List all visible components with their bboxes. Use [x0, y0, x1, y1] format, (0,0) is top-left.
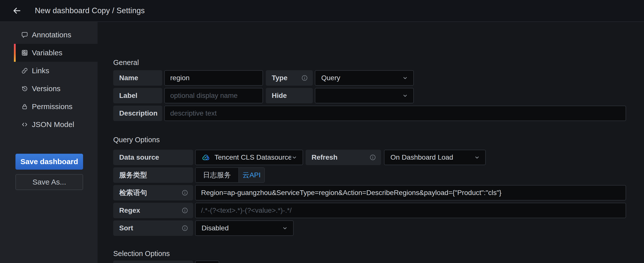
service-type-label: 服务类型: [113, 167, 193, 183]
sort-row: Sort Disabled: [113, 220, 626, 236]
info-icon[interactable]: [182, 189, 188, 196]
datasource-label: Data source: [113, 150, 193, 165]
sort-label: Sort: [113, 220, 193, 236]
name-label: Name: [113, 70, 162, 86]
type-label: Type: [266, 70, 313, 86]
datasource-select[interactable]: Tencent CLS Datasource: [195, 150, 303, 165]
sidebar-item-label: Variables: [32, 49, 62, 57]
page-title: New dashboard Copy / Settings: [35, 6, 145, 15]
refresh-label: Refresh: [306, 150, 381, 165]
selection-option-label: [113, 260, 193, 263]
hide-select[interactable]: [315, 88, 414, 103]
chevron-down-icon: [402, 92, 408, 99]
sidebar-item-variables[interactable]: Variables: [0, 44, 98, 62]
sidebar-item-label: Versions: [32, 84, 60, 93]
sort-select[interactable]: Disabled: [195, 220, 294, 236]
top-navbar: New dashboard Copy / Settings: [0, 0, 644, 22]
refresh-select[interactable]: On Dashboard Load: [384, 150, 486, 165]
service-type-row: 服务类型 日志服务 云API: [113, 167, 626, 183]
chevron-down-icon: [474, 154, 480, 161]
label-label: Label: [113, 88, 162, 103]
info-icon[interactable]: [182, 207, 188, 214]
description-input[interactable]: [164, 106, 626, 121]
sidebar-actions: Save dashboard Save As...: [0, 154, 98, 190]
sidebar-item-versions[interactable]: Versions: [0, 80, 98, 98]
settings-nav: Annotations Variab: [0, 22, 98, 133]
chevron-down-icon: [402, 75, 408, 81]
settings-sidebar: Annotations Variab: [0, 22, 98, 263]
info-icon[interactable]: [370, 154, 376, 161]
save-as-button[interactable]: Save As...: [16, 174, 83, 190]
sidebar-item-json-model[interactable]: JSON Model: [0, 116, 98, 133]
variable-editor: General Name Type: [98, 22, 644, 263]
regex-input[interactable]: [195, 203, 626, 218]
name-input[interactable]: [164, 70, 263, 86]
chevron-down-icon: [291, 154, 298, 161]
query-options-heading: Query Options: [113, 136, 626, 143]
description-row: Description: [113, 106, 626, 121]
general-heading: General: [113, 59, 626, 66]
hide-label: Hide: [266, 88, 313, 103]
comment-icon: [21, 31, 28, 38]
sidebar-item-label: JSON Model: [32, 120, 74, 129]
sidebar-item-annotations[interactable]: Annotations: [0, 26, 98, 44]
arrow-left-icon: [12, 6, 22, 16]
dashboard-settings-page: New dashboard Copy / Settings Annotation…: [0, 0, 644, 263]
history-icon: [21, 85, 28, 92]
code-brackets-icon: [21, 121, 28, 128]
name-type-row: Name Type Query: [113, 70, 626, 86]
query-row: 检索语句: [113, 185, 626, 200]
sidebar-item-permissions[interactable]: Permissions: [0, 98, 98, 116]
link-icon: [21, 67, 28, 74]
lock-icon: [21, 103, 28, 110]
calculator-icon: [21, 49, 28, 56]
regex-label: Regex: [113, 203, 193, 218]
save-dashboard-button[interactable]: Save dashboard: [16, 154, 83, 170]
selection-option-row-partial: [113, 260, 626, 263]
selection-options-heading: Selection Options: [113, 250, 626, 257]
query-input[interactable]: [195, 185, 626, 200]
tab-log-service[interactable]: 日志服务: [196, 168, 239, 182]
datasource-refresh-row: Data source: [113, 150, 626, 165]
info-icon[interactable]: [182, 225, 188, 231]
back-button[interactable]: [10, 4, 24, 18]
option-toggle[interactable]: [195, 260, 219, 263]
info-icon[interactable]: [301, 75, 308, 81]
regex-row: Regex: [113, 203, 626, 218]
query-label: 检索语句: [113, 185, 193, 200]
sidebar-item-links[interactable]: Links: [0, 62, 98, 80]
tencent-cloud-icon: [202, 154, 210, 161]
sidebar-item-label: Links: [32, 67, 49, 75]
label-input[interactable]: [164, 88, 263, 103]
description-label: Description: [113, 106, 162, 121]
label-hide-row: Label Hide: [113, 88, 626, 103]
chevron-down-icon: [282, 225, 288, 231]
type-select[interactable]: Query: [315, 70, 414, 86]
tab-cloud-api[interactable]: 云API: [239, 168, 264, 182]
sidebar-item-label: Annotations: [32, 31, 71, 39]
sidebar-item-label: Permissions: [32, 102, 72, 111]
service-type-radio-group: 日志服务 云API: [195, 167, 265, 183]
